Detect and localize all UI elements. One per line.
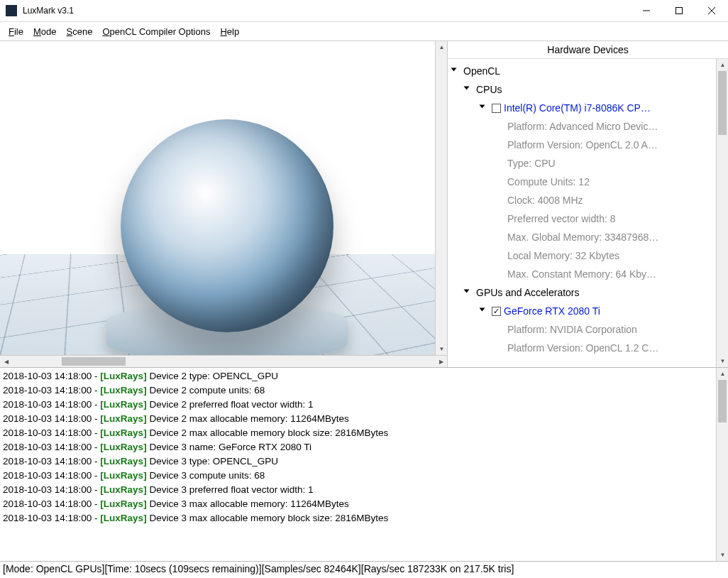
hardware-pane: Hardware Devices OpenCL CPUs Intel(R) Co… [448,41,728,367]
log-line: 2018-10-03 14:18:00 - [LuxRays] Device 3… [3,511,713,525]
titlebar: LuxMark v3.1 [0,0,728,22]
scroll-down-arrow[interactable]: ▼ [717,549,728,561]
log-line: 2018-10-03 14:18:00 - [LuxRays] Device 2… [3,369,713,383]
scroll-up-arrow[interactable]: ▲ [717,368,728,380]
log-scrollbar[interactable]: ▲ ▼ [716,368,728,561]
render-horizontal-scrollbar[interactable]: ◀ ▶ [0,355,447,367]
svg-rect-1 [676,8,683,14]
chevron-down-icon[interactable] [452,67,460,75]
window-title: LuxMark v3.1 [23,6,630,16]
scroll-down-arrow[interactable]: ▼ [717,355,728,367]
scroll-left-arrow[interactable]: ◀ [0,356,12,368]
device-detail: Max. Constant Memory: 64 Kby… [452,265,716,283]
maximize-button[interactable] [663,0,695,21]
device-detail: Type: CPU [452,154,716,173]
log-body[interactable]: 2018-10-03 14:18:00 - [LuxRays] Device 2… [0,368,716,561]
minimize-button[interactable] [630,0,663,21]
render-pane: ▲ ▼ ◀ ▶ [0,41,448,367]
tree-gpus[interactable]: GPUs and Accelerators [452,283,716,302]
device-detail: Platform: Advanced Micro Devic… [452,117,716,136]
log-line: 2018-10-03 14:18:00 - [LuxRays] Device 2… [3,398,713,412]
device-detail: Local Memory: 32 Kbytes [452,246,716,265]
cpu-checkbox[interactable] [492,104,501,113]
tree-opencl[interactable]: OpenCL [452,62,716,80]
scroll-up-arrow[interactable]: ▲ [436,41,448,53]
menu-mode[interactable]: Mode [29,25,61,38]
render-placeholder [0,41,435,355]
chevron-down-icon[interactable] [465,288,473,297]
window-controls [630,0,728,21]
log-panel: 2018-10-03 14:18:00 - [LuxRays] Device 2… [0,367,728,561]
log-line: 2018-10-03 14:18:00 - [LuxRays] Device 3… [3,483,713,497]
scroll-down-arrow[interactable]: ▼ [436,343,448,355]
log-line: 2018-10-03 14:18:00 - [LuxRays] Device 3… [3,469,713,483]
menu-help[interactable]: Help [216,25,243,38]
device-detail: Preferred vector width: 8 [452,209,716,228]
device-detail: Platform Version: OpenCL 2.0 A… [452,136,716,154]
menu-opencl[interactable]: OpenCL Compiler Options [98,25,214,38]
device-detail: Compute Units: 12 [452,173,716,191]
menubar: File Mode Scene OpenCL Compiler Options … [0,22,728,40]
h-scroll-thumb[interactable] [62,357,126,366]
chevron-down-icon[interactable] [480,104,489,112]
tree-cpu-device[interactable]: Intel(R) Core(TM) i7-8086K CP… [452,99,716,117]
menu-file[interactable]: File [4,25,28,38]
statusbar: [Mode: OpenCL GPUs][Time: 10secs (109sec… [0,561,728,578]
log-line: 2018-10-03 14:18:00 - [LuxRays] Device 2… [3,426,713,440]
menu-scene[interactable]: Scene [62,25,97,38]
hw-scroll-thumb[interactable] [718,71,727,135]
log-line: 2018-10-03 14:18:00 - [LuxRays] Device 2… [3,412,713,426]
device-detail: Platform: NVIDIA Corporation [452,320,716,339]
hardware-scrollbar[interactable]: ▲ ▼ [716,59,728,367]
device-detail: Max. Global Memory: 33487968… [452,228,716,246]
render-viewport[interactable] [0,41,435,355]
chevron-down-icon[interactable] [465,85,473,94]
chevron-down-icon[interactable] [480,307,489,315]
close-button[interactable] [695,0,728,21]
log-scroll-thumb[interactable] [718,380,727,422]
log-line: 2018-10-03 14:18:00 - [LuxRays] Device 3… [3,497,713,511]
tree-cpus[interactable]: CPUs [452,80,716,99]
scroll-up-arrow[interactable]: ▲ [717,59,728,71]
device-detail: Clock: 4008 MHz [452,191,716,209]
log-line: 2018-10-03 14:18:00 - [LuxRays] Device 2… [3,383,713,398]
hardware-header: Hardware Devices [448,41,728,59]
gpu-device-name[interactable]: GeForce RTX 2080 Ti [504,302,600,320]
cpu-device-name[interactable]: Intel(R) Core(TM) i7-8086K CP… [504,99,651,117]
log-line: 2018-10-03 14:18:00 - [LuxRays] Device 3… [3,440,713,454]
app-icon [6,5,17,16]
log-line: 2018-10-03 14:18:00 - [LuxRays] Device 3… [3,454,713,469]
render-vertical-scrollbar[interactable]: ▲ ▼ [435,41,447,355]
scroll-right-arrow[interactable]: ▶ [435,356,447,368]
gpu-checkbox[interactable] [492,307,501,316]
main-split: ▲ ▼ ◀ ▶ Hardware Devices OpenCL CPUs Int… [0,40,728,367]
device-tree[interactable]: OpenCL CPUs Intel(R) Core(TM) i7-8086K C… [448,59,716,367]
tree-gpu-device[interactable]: GeForce RTX 2080 Ti [452,302,716,320]
device-detail: Platform Version: OpenCL 1.2 C… [452,339,716,357]
